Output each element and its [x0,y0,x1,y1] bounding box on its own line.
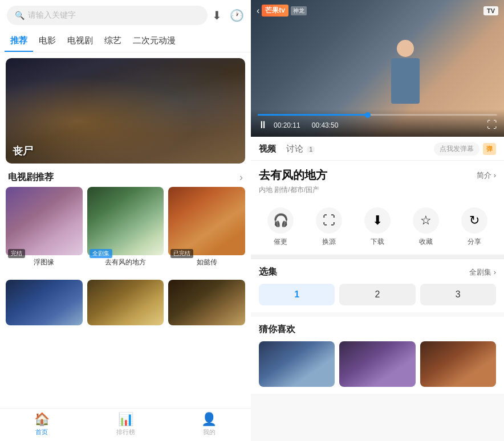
collect-icon: ☆ [413,207,439,234]
show-card-2[interactable]: 全剧集 去有风的地方 [87,187,164,275]
download-action-icon: ⬇ [364,207,391,234]
nav-tabs: 推荐 电影 电视剧 综艺 二次元动漫 [0,31,251,52]
hero-overlay-text: 丧尸 [13,144,33,158]
hero-banner[interactable]: 丧尸 [6,58,245,164]
back-icon[interactable]: ‹ [257,6,259,16]
episode-section: 选集 全剧集 › 1 2 3 [251,259,504,312]
action-share[interactable]: ↻ 分享 [461,207,487,247]
title-section: 去有风的地方 简介 › 内地 剧情/都市/国产 [251,161,504,199]
rec-card-1[interactable] [259,341,335,387]
bottom-nav: 🏠 首页 📊 排行榜 👤 我的 [0,408,251,441]
home-label: 首页 [35,428,48,436]
nav-mine[interactable]: 👤 我的 [167,412,251,436]
nav-ranking[interactable]: 📊 排行榜 [84,412,168,436]
tab-movie[interactable]: 电影 [33,31,62,52]
tab-variety[interactable]: 综艺 [99,31,127,52]
cuigeng-label: 催更 [274,237,287,247]
video-person-head [397,40,414,57]
intro-link[interactable]: 简介 › [477,170,496,181]
show-card-3[interactable]: 已完结 如懿传 [168,187,245,275]
brand-logo: 芒果tv [262,5,288,17]
hero-art [6,58,245,164]
rec-card-3[interactable] [420,341,496,387]
action-collect[interactable]: ☆ 收藏 [413,207,439,247]
show-title-row: 去有风的地方 简介 › [259,168,496,183]
episode-title: 选集 [259,266,277,278]
barrage-send-button[interactable]: 弹 [483,143,496,155]
video-controls: ⏸ 00:20:11 00:43:50 ⛶ [251,109,504,137]
share-label: 分享 [468,237,481,247]
show-card-img-2 [87,187,164,255]
tv-section-header: 电视剧推荐 › [0,167,251,187]
logo-tag: 神龙 [291,6,307,15]
show-card-1[interactable]: 完结 浮图缘 [6,187,83,275]
section-arrow-icon[interactable]: › [239,172,243,183]
barrage-area: 点我发弹幕 弹 [434,142,496,156]
second-show-row [0,275,251,325]
download-label: 下载 [371,237,384,247]
download-icon[interactable]: ⬇ [212,9,222,22]
collect-label: 收藏 [419,237,433,247]
huanyuan-icon: ⛶ [316,207,342,234]
episode-btn-3[interactable]: 3 [420,284,496,305]
action-huanyuan[interactable]: ⛶ 换源 [316,207,342,247]
discussion-badge: 1 [307,146,315,153]
second-show-card-2[interactable] [87,280,164,325]
action-cuigeng[interactable]: 🎧 催更 [267,207,294,247]
episode-header: 选集 全剧集 › [259,266,496,278]
episode-btn-1[interactable]: 1 [259,284,335,305]
search-input-wrap[interactable]: 🔍 请输入关键字 [7,6,208,25]
show-meta: 内地 剧情/都市/国产 [259,185,496,195]
right-panel: ‹ 芒果tv 神龙 TV ⏸ 00:20:11 00:43:50 ⛶ [251,0,504,441]
tab-anime[interactable]: 二次元动漫 [127,31,181,52]
show-badge-1: 完结 [8,249,25,258]
time-current: 00:20:11 [274,121,300,129]
search-bar: 🔍 请输入关键字 ⬇ 🕐 [0,0,251,31]
search-placeholder: 请输入关键字 [28,10,76,21]
show-row: 完结 浮图缘 全剧集 去有风的地方 已完结 如懿传 [0,187,251,275]
progress-dot [365,112,371,118]
fullscreen-button[interactable]: ⛶ [487,119,497,131]
history-icon[interactable]: 🕐 [230,9,244,22]
show-name-2: 去有风的地方 [87,258,164,267]
tv-section-title: 电视剧推荐 [8,172,54,183]
show-badge-3: 已完结 [170,249,193,258]
ranking-icon: 📊 [118,412,133,427]
tab-tv[interactable]: 电视剧 [62,31,99,52]
search-actions: ⬇ 🕐 [212,9,244,22]
show-title: 去有风的地方 [259,168,327,183]
ranking-label: 排行榜 [116,428,135,436]
tv-icon[interactable]: TV [483,6,498,15]
action-download[interactable]: ⬇ 下载 [364,207,391,247]
share-icon: ↻ [461,207,487,234]
episode-btn-2[interactable]: 2 [339,284,415,305]
pause-button[interactable]: ⏸ [258,119,268,131]
tab-recommend[interactable]: 推荐 [5,31,33,52]
all-episodes-link[interactable]: 全剧集 › [469,267,496,277]
time-total: 00:43:50 [312,121,339,129]
controls-row: ⏸ 00:20:11 00:43:50 ⛶ [258,119,497,131]
second-show-card-3[interactable] [168,280,245,325]
rec-card-2[interactable] [339,341,415,387]
video-tabs: 视频 讨论 1 点我发弹幕 弹 [251,137,504,161]
rec-title: 猜你喜欢 [259,324,496,336]
show-badge-2: 全剧集 [90,249,112,258]
progress-bar[interactable] [258,114,497,116]
progress-fill [258,114,368,116]
huanyuan-label: 换源 [322,237,336,247]
rec-section: 猜你喜欢 [251,317,504,394]
video-logo: ‹ 芒果tv 神龙 [257,5,307,17]
second-show-card-1[interactable] [6,280,83,325]
action-buttons: 🎧 催更 ⛶ 换源 ⬇ 下载 ☆ 收藏 ↻ 分享 [251,199,504,259]
mine-label: 我的 [203,428,216,436]
video-player[interactable]: ‹ 芒果tv 神龙 TV ⏸ 00:20:11 00:43:50 ⛶ [251,0,504,137]
show-name-1: 浮图缘 [6,258,83,267]
barrage-input[interactable]: 点我发弹幕 [434,142,479,156]
mine-icon: 👤 [201,412,217,427]
video-person-body [391,58,420,104]
video-tab-discussion[interactable]: 讨论 1 [286,144,315,154]
left-panel: 🔍 请输入关键字 ⬇ 🕐 推荐 电影 电视剧 综艺 二次元动漫 丧尸 电视剧推荐… [0,0,251,441]
nav-home[interactable]: 🏠 首页 [0,412,84,436]
show-card-img-3 [168,187,245,255]
video-tab-video[interactable]: 视频 [259,144,276,154]
